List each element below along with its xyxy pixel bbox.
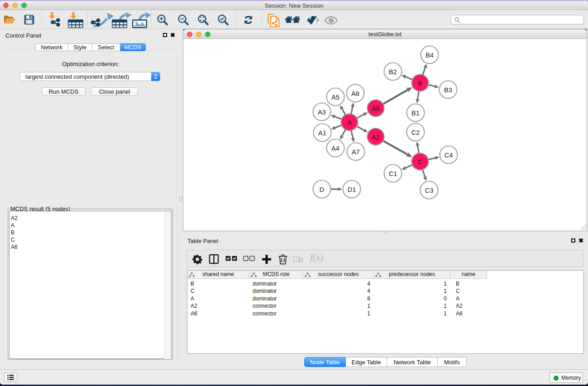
svg-text:B3: B3 bbox=[444, 86, 452, 94]
svg-text:A3: A3 bbox=[318, 109, 326, 116]
svg-text:B2: B2 bbox=[389, 68, 397, 76]
svg-text:A6: A6 bbox=[372, 105, 380, 112]
svg-text:A8: A8 bbox=[351, 90, 359, 97]
svg-text:B: B bbox=[418, 80, 422, 87]
svg-text:D1: D1 bbox=[348, 186, 356, 193]
svg-text:A: A bbox=[347, 119, 352, 126]
svg-text:A7: A7 bbox=[352, 148, 360, 156]
svg-text:C4: C4 bbox=[445, 152, 453, 159]
svg-text:A1: A1 bbox=[318, 129, 326, 137]
svg-text:D: D bbox=[320, 186, 325, 193]
svg-text:A2: A2 bbox=[372, 133, 380, 141]
svg-text:C3: C3 bbox=[425, 187, 434, 194]
svg-text:B1: B1 bbox=[411, 110, 420, 117]
svg-text:A4: A4 bbox=[331, 145, 339, 152]
svg-text:C1: C1 bbox=[389, 170, 397, 177]
svg-text:A5: A5 bbox=[331, 94, 339, 101]
svg-text:C2: C2 bbox=[411, 129, 420, 136]
svg-text:C: C bbox=[418, 158, 423, 166]
svg-text:B4: B4 bbox=[425, 52, 434, 59]
